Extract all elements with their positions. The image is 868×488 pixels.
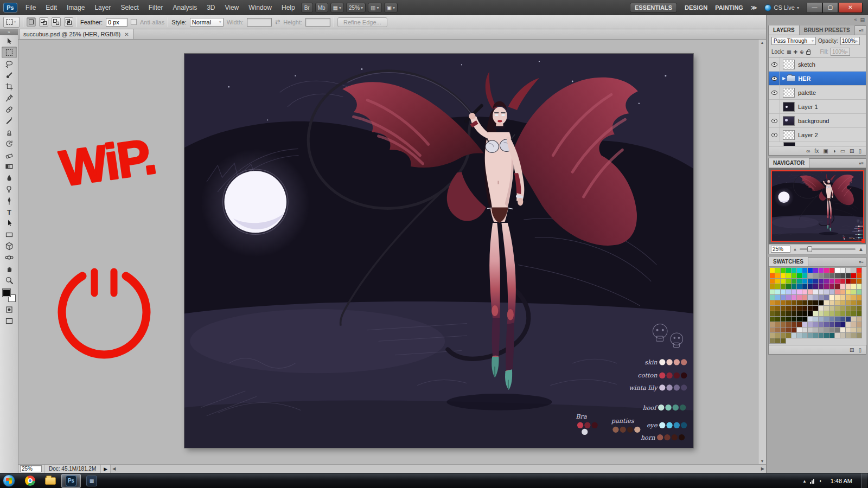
tab-close-icon[interactable]: ✕ — [124, 31, 129, 37]
visibility-toggle[interactable] — [769, 114, 780, 127]
blend-mode-select[interactable]: Pass Through▾ — [771, 37, 816, 45]
selection-add-button[interactable] — [39, 17, 48, 27]
foreground-color-chip[interactable] — [3, 289, 10, 297]
layer-thumbnail[interactable] — [783, 130, 795, 140]
add-mask-icon[interactable]: ▣ — [823, 148, 828, 154]
layer-row-partial[interactable] — [769, 142, 866, 146]
canvas-artwork[interactable]: skin cotton winta lily hoof eye horn Bra — [184, 54, 693, 448]
document-tab[interactable]: succubus.psd @ 25% (HER, RGB/8) ✕ — [19, 29, 133, 39]
layer-row[interactable]: Layer 1 — [769, 100, 866, 114]
panel-menu-icon[interactable]: ▾≡ — [857, 161, 866, 166]
pen-tool[interactable] — [2, 195, 17, 206]
scroll-down-icon[interactable]: ▼ — [761, 459, 764, 463]
foreground-background-colors[interactable] — [2, 288, 16, 303]
dock-menu-icon[interactable]: ▤ — [860, 17, 865, 22]
lock-position-icon[interactable]: ⊕ — [800, 49, 804, 55]
start-button[interactable] — [3, 474, 15, 487]
collapse-panels-icon[interactable]: « — [854, 17, 857, 22]
layer-row[interactable]: palette — [769, 86, 866, 100]
3d-orbit-tool[interactable] — [2, 252, 17, 263]
feather-input[interactable] — [106, 18, 127, 27]
volume-icon[interactable]: ◖ — [819, 478, 821, 484]
bridge-button[interactable]: Br — [301, 3, 313, 12]
toolbar-grip[interactable]: » — [0, 29, 18, 35]
menu-item[interactable]: Analysis — [168, 0, 202, 15]
menu-item[interactable]: File — [21, 0, 41, 15]
navigator-view-handle[interactable] — [861, 239, 865, 243]
scroll-left-icon[interactable]: ◀ — [112, 466, 116, 471]
menu-item[interactable]: View — [220, 0, 244, 15]
scroll-up-icon[interactable]: ▲ — [761, 41, 764, 44]
blur-tool[interactable] — [2, 172, 17, 183]
crop-tool[interactable] — [2, 81, 17, 92]
maximize-button[interactable]: ▢ — [822, 3, 838, 13]
scroll-right-icon[interactable]: ▶ — [761, 466, 764, 471]
layer-row[interactable]: background — [769, 114, 866, 128]
path-selection-tool[interactable] — [2, 217, 17, 229]
layer-thumbnail[interactable] — [783, 88, 795, 98]
link-layers-icon[interactable]: ∞ — [806, 148, 810, 154]
menu-item[interactable]: Filter — [144, 0, 168, 15]
zoom-tool[interactable] — [2, 274, 17, 286]
minimize-button[interactable]: — — [807, 3, 822, 13]
visibility-toggle[interactable] — [769, 72, 780, 85]
selection-subtract-button[interactable] — [52, 17, 61, 27]
navigator-zoom-field[interactable]: 25% — [771, 246, 790, 253]
zoom-out-mountain-icon[interactable]: ▲ — [793, 247, 797, 251]
taskbar-clock[interactable]: 1:48 AM — [826, 478, 857, 484]
menu-item[interactable]: Window — [244, 0, 277, 15]
new-swatch-icon[interactable]: ⊞ — [850, 347, 854, 353]
eyedropper-tool[interactable] — [2, 92, 17, 104]
zoom-level-control[interactable]: 25%▾ — [346, 3, 366, 12]
height-input[interactable] — [305, 18, 330, 27]
minibridge-button[interactable]: Mb — [315, 3, 328, 12]
visibility-toggle[interactable] — [769, 57, 780, 71]
disclosure-triangle-icon[interactable]: ▶ — [782, 76, 786, 81]
visibility-toggle[interactable] — [769, 100, 780, 113]
selection-intersect-button[interactable] — [64, 17, 73, 27]
opacity-field[interactable]: 100%▸ — [840, 37, 860, 45]
clone-stamp-tool[interactable] — [2, 126, 17, 138]
tab-brush-presets[interactable]: BRUSH PRESETS — [800, 25, 855, 35]
menu-item[interactable]: Image — [62, 0, 90, 15]
shape-tool[interactable] — [2, 229, 17, 240]
quick-selection-tool[interactable] — [2, 69, 17, 81]
layer-thumbnail[interactable] — [783, 116, 795, 126]
tab-swatches[interactable]: SWATCHES — [769, 257, 808, 266]
refine-edge-button[interactable]: Refine Edge... — [337, 17, 387, 27]
tab-navigator[interactable]: NAVIGATOR — [769, 158, 809, 168]
panel-menu-icon[interactable]: ▾≡ — [857, 260, 866, 265]
quick-mask-button[interactable] — [2, 304, 17, 315]
healing-brush-tool[interactable] — [2, 104, 17, 115]
close-button[interactable]: ✕ — [838, 3, 863, 13]
layer-thumbnail[interactable] — [783, 102, 795, 112]
layer-effects-icon[interactable]: fx — [814, 148, 819, 154]
selection-new-button[interactable] — [27, 17, 36, 27]
current-tool-button[interactable]: ▾ — [3, 17, 20, 28]
marquee-tool[interactable] — [2, 47, 17, 58]
menu-item[interactable]: 3D — [202, 0, 220, 15]
new-layer-icon[interactable]: ⊞ — [850, 148, 854, 154]
workspace-overflow-chevron[interactable]: ≫ — [751, 4, 757, 11]
gradient-tool[interactable] — [2, 160, 17, 172]
visibility-toggle[interactable] — [769, 86, 780, 99]
adjustment-layer-icon[interactable]: ◑ — [833, 148, 836, 154]
layer-row[interactable]: Layer 2 — [769, 128, 866, 142]
color-swatch[interactable] — [780, 338, 786, 344]
taskbar-app-button[interactable]: ▦ — [82, 474, 101, 488]
slider-knob[interactable] — [807, 246, 812, 252]
workspace-design[interactable]: DESIGN — [685, 4, 707, 11]
tray-expand-icon[interactable]: ▴ — [803, 478, 806, 484]
screen-mode-button[interactable]: ▣▾ — [384, 3, 398, 12]
eraser-tool[interactable] — [2, 149, 17, 160]
workspace-essentials[interactable]: ESSENTIALS — [630, 3, 677, 12]
navigator-thumbnail[interactable] — [771, 170, 864, 242]
hand-tool[interactable] — [2, 263, 17, 274]
brush-tool[interactable] — [2, 115, 17, 126]
menu-item[interactable]: Layer — [90, 0, 116, 15]
delete-layer-icon[interactable]: ▯ — [858, 148, 861, 154]
delete-swatch-icon[interactable]: ▯ — [858, 347, 861, 353]
taskbar-explorer-button[interactable] — [41, 474, 60, 488]
menu-item[interactable]: Select — [116, 0, 143, 15]
lock-pixels-icon[interactable]: ✚ — [793, 49, 797, 55]
